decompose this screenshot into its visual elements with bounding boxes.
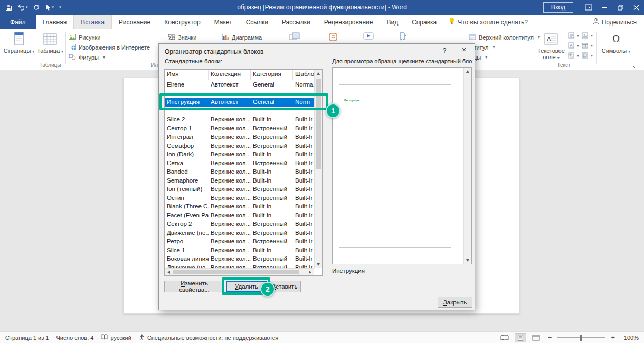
quick-parts-icon[interactable] xyxy=(568,32,579,39)
building-block-row[interactable]: Facet (Even Pa... Верхние кол... Built-i… xyxy=(165,211,314,220)
horizontal-scrollbar[interactable] xyxy=(165,268,314,275)
online-pictures-button[interactable]: Изображения в Интернете xyxy=(69,43,150,52)
building-block-row[interactable]: Семафор Верхние кол... Встроенный Built-… xyxy=(165,141,314,150)
restore-icon[interactable] xyxy=(612,0,628,15)
word-count[interactable]: Число слов: 4 xyxy=(56,335,93,341)
ribbon-tab[interactable]: Макет xyxy=(207,15,239,29)
scroll-up-icon[interactable] xyxy=(463,68,471,75)
shapes-button[interactable]: Фигуры xyxy=(69,53,105,62)
text-box-button[interactable]: A Текстовое поле xyxy=(536,31,566,61)
preview-page: Инструкция xyxy=(339,84,451,248)
sign-in-button[interactable]: Вход xyxy=(543,2,573,13)
text-group-label: Текст xyxy=(536,62,591,68)
scroll-left-icon[interactable] xyxy=(165,269,173,276)
building-block-row[interactable]: Eirene Автотекст General Norma xyxy=(165,80,314,89)
ribbon-tab[interactable]: Конструктор xyxy=(157,15,207,29)
drop-cap-icon[interactable] xyxy=(568,52,579,59)
symbols-button[interactable]: Ω Символы xyxy=(602,31,630,55)
building-block-row[interactable]: Движение (не... Верхние кол... Встроенны… xyxy=(165,263,314,269)
building-block-row[interactable]: Движение (не... Верхние кол... Встроенны… xyxy=(165,228,314,237)
header-button[interactable]: Верхний колонтитул xyxy=(469,33,540,42)
scrollbar-thumb[interactable] xyxy=(173,270,299,274)
close-button[interactable]: Закрыть xyxy=(438,297,472,308)
building-block-row[interactable]: Боковая линия Верхние кол... Встроенный … xyxy=(165,254,314,263)
minimize-icon[interactable] xyxy=(596,0,612,15)
column-header-category[interactable]: Категория xyxy=(251,70,293,80)
building-block-row[interactable]: Интеграл Верхние кол... Встроенный Built… xyxy=(165,132,314,141)
signature-line-icon[interactable] xyxy=(582,32,593,39)
scrollbar-thumb[interactable] xyxy=(316,79,321,169)
redo-icon[interactable] xyxy=(33,4,40,11)
building-block-row[interactable]: Сектор 1 Верхние кол... Встроенный Built… xyxy=(165,124,314,133)
collapse-ribbon-icon[interactable] xyxy=(631,62,637,71)
ribbon-tab[interactable]: Ссылки xyxy=(239,15,275,29)
pictures-button[interactable]: Рисунки xyxy=(69,33,101,42)
ribbon-tab[interactable]: Рассылки xyxy=(275,15,317,29)
scroll-up-icon[interactable] xyxy=(314,70,322,77)
touch-mode-icon[interactable] xyxy=(45,4,54,11)
ribbon-tab[interactable]: Рисование xyxy=(112,15,157,29)
building-block-row[interactable]: Blank (Three C... Верхние кол... Built-i… xyxy=(165,202,314,211)
ribbon-tab[interactable]: Вставка xyxy=(73,15,112,29)
book-icon xyxy=(101,334,108,341)
customize-qat-icon[interactable] xyxy=(59,5,61,9)
ribbon-tab[interactable]: Вид xyxy=(380,15,405,29)
building-block-row[interactable]: Ion (Dark) Верхние кол... Built-in Built… xyxy=(165,150,314,159)
save-icon[interactable] xyxy=(5,4,12,11)
edit-properties-button[interactable]: Изменить свойства... xyxy=(164,281,224,292)
pictures-icon xyxy=(69,34,76,41)
date-time-icon[interactable] xyxy=(582,42,593,49)
building-block-row[interactable]: Сетка Верхние кол... Встроенный Built-Ir xyxy=(165,159,314,168)
undo-icon[interactable] xyxy=(17,4,28,11)
preview-scrollbar[interactable] xyxy=(463,68,471,264)
share-button[interactable]: Поделиться xyxy=(593,15,637,29)
scroll-down-icon[interactable] xyxy=(314,261,322,268)
building-block-row[interactable]: Banded Верхние кол... Built-in Built-Ir xyxy=(165,167,314,176)
online-video-icon[interactable] xyxy=(363,32,374,43)
screenshot-icon[interactable] xyxy=(289,32,300,44)
addins-icon[interactable] xyxy=(328,32,338,44)
web-layout-icon[interactable] xyxy=(531,333,542,342)
ribbon-display-options-icon[interactable] xyxy=(581,0,596,15)
ribbon-tab[interactable]: Файл xyxy=(0,15,36,29)
column-header-name[interactable]: Имя xyxy=(165,70,209,80)
building-blocks-label: Стандартные блоки: xyxy=(165,58,222,64)
pages-button[interactable]: Страницы xyxy=(4,31,34,55)
page-count[interactable]: Страница 1 из 1 xyxy=(5,335,49,341)
column-header-template[interactable]: Шаблон xyxy=(293,70,314,80)
ribbon-tab[interactable]: Главная xyxy=(36,15,74,29)
ribbon-tab[interactable]: Справка xyxy=(405,15,443,29)
close-icon[interactable] xyxy=(628,0,644,15)
building-block-row[interactable]: Semaphore Верхние кол... Built-in Built-… xyxy=(165,176,314,185)
lightbulb-icon xyxy=(449,17,455,26)
table-button[interactable]: Таблица xyxy=(37,31,63,55)
building-block-row[interactable]: Сектор 2 Верхние кол... Встроенный Built… xyxy=(165,220,314,228)
zoom-slider-thumb[interactable] xyxy=(580,335,582,341)
zoom-out-button[interactable]: − xyxy=(546,334,554,341)
dialog-help-icon[interactable]: ? xyxy=(438,47,451,54)
column-header-collection[interactable]: Коллекция xyxy=(209,70,251,80)
zoom-percentage[interactable]: 100% xyxy=(621,335,639,341)
building-block-row[interactable]: Ion (темный) Верхние кол... Встроенный B… xyxy=(165,185,314,194)
icons-button[interactable]: Значки xyxy=(168,33,196,42)
chart-button[interactable]: Диаграмма xyxy=(222,33,262,42)
accessibility-status[interactable]: Специальные возможности: не поддерживают… xyxy=(139,334,278,341)
zoom-slider[interactable] xyxy=(557,337,605,338)
building-block-row[interactable]: Slice 2 Верхние кол... Built-in Built-Ir xyxy=(165,115,314,124)
scroll-down-icon[interactable] xyxy=(463,256,471,264)
wordart-icon[interactable]: A xyxy=(568,42,579,49)
dialog-close-icon[interactable]: × xyxy=(456,45,472,56)
building-block-row[interactable]: Остин Верхние кол... Встроенный Built-Ir xyxy=(165,194,314,203)
object-icon[interactable] xyxy=(582,52,593,59)
scroll-right-icon[interactable] xyxy=(306,269,314,276)
tell-me-box[interactable]: Что вы хотите сделать? xyxy=(449,15,528,29)
read-mode-icon[interactable] xyxy=(499,333,510,342)
ribbon-tab[interactable]: Рецензирование xyxy=(317,15,380,29)
proofing-language[interactable]: русский xyxy=(101,334,131,341)
bookmark-icon[interactable] xyxy=(399,32,407,44)
building-block-row[interactable]: Slice 1 Верхние кол... Built-in Built-Ir xyxy=(165,246,314,255)
zoom-in-button[interactable]: + xyxy=(609,334,617,341)
shapes-icon xyxy=(69,54,76,61)
building-block-row[interactable]: Ретро Верхние кол... Встроенный Built-Ir xyxy=(165,237,314,246)
print-layout-icon[interactable] xyxy=(515,333,526,342)
